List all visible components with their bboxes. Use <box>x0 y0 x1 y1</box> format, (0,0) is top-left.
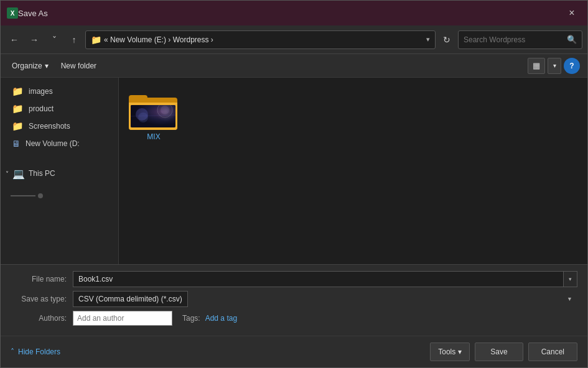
nav-item-images[interactable]: 📁 images <box>1 83 118 100</box>
nav-item-product[interactable]: 📁 product <box>1 100 118 117</box>
nav-item-new-volume-d[interactable]: 🖥 New Volume (D: <box>1 135 118 152</box>
expand-icon: ˅ <box>6 170 9 177</box>
cancel-button[interactable]: Cancel <box>528 343 577 361</box>
drive-icon: 🖥 <box>12 139 21 149</box>
action-bar-right: ▦ ▾ ? <box>528 58 580 74</box>
pc-icon: 💻 <box>12 168 25 180</box>
tools-arrow-icon: ▾ <box>458 347 462 356</box>
tools-button[interactable]: Tools ▾ <box>430 343 470 361</box>
nav-section-label: This PC <box>29 169 55 178</box>
file-area: MIX <box>119 78 587 264</box>
nav-item-label: images <box>29 87 53 96</box>
nav-item-label: product <box>29 104 54 113</box>
bottom-form: File name: ▾ Save as type: CSV (Comma de… <box>1 264 587 336</box>
navigation-toolbar: ← → ˅ ↑ 📁 « New Volume (E:) › Wordpress … <box>1 25 587 54</box>
folder-name: MIX <box>147 132 160 141</box>
filename-input[interactable] <box>73 271 564 287</box>
svg-point-3 <box>138 113 148 122</box>
authors-label: Authors: <box>11 314 73 323</box>
address-dropdown-icon: ▾ <box>426 35 430 44</box>
search-input[interactable] <box>464 35 564 44</box>
excel-icon: X <box>7 7 18 19</box>
savetype-select[interactable]: CSV (Comma delimited) (*.csv) <box>73 291 188 307</box>
savetype-row: Save as type: CSV (Comma delimited) (*.c… <box>11 291 577 307</box>
filename-row: File name: ▾ <box>11 271 577 287</box>
folder-thumbnail <box>129 93 179 130</box>
content-area: 📁 images 📁 product 📁 Screenshots 🖥 New V… <box>1 78 587 264</box>
savetype-label: Save as type: <box>11 295 73 303</box>
new-folder-button[interactable]: New folder <box>57 58 100 74</box>
bottom-right-buttons: Tools ▾ Save Cancel <box>430 343 577 361</box>
filename-label: File name: <box>11 275 73 283</box>
action-bar: Organize ▾ New folder ▦ ▾ ? <box>1 54 587 78</box>
filename-dropdown-button[interactable]: ▾ <box>564 271 577 287</box>
titlebar: X Save As × <box>1 1 587 25</box>
tags-label: Tags: <box>182 314 200 323</box>
tags-area: Tags: Add a tag <box>172 314 577 323</box>
organize-label: Organize <box>12 62 42 70</box>
address-path: « New Volume (E:) › Wordpress › <box>104 35 424 44</box>
nav-panel: 📁 images 📁 product 📁 Screenshots 🖥 New V… <box>1 78 119 264</box>
nav-item-label: New Volume (D: <box>26 139 80 148</box>
folder-icon: 📁 <box>12 103 24 114</box>
bottom-buttons-bar: ˄ Hide Folders Tools ▾ Save Cancel <box>1 336 587 367</box>
hide-folders-button[interactable]: ˄ Hide Folders <box>11 347 60 356</box>
folder-icon: 📁 <box>91 35 101 45</box>
nav-item-screenshots[interactable]: 📁 Screenshots <box>1 117 118 135</box>
forward-button[interactable]: → <box>26 31 43 48</box>
organize-arrow-icon: ▾ <box>45 62 49 70</box>
authors-tags-row: Authors: Tags: Add a tag <box>11 311 577 326</box>
hide-folders-label: Hide Folders <box>18 347 60 356</box>
dialog-title: Save As <box>18 9 562 18</box>
save-as-dialog: X Save As × ← → ˅ ↑ 📁 « New Volume (E:) … <box>0 0 588 368</box>
close-button[interactable]: × <box>562 4 581 22</box>
svg-rect-0 <box>131 105 175 127</box>
svg-point-1 <box>157 105 172 117</box>
nav-section-this-pc[interactable]: ˅ 💻 This PC <box>1 165 118 182</box>
save-button[interactable]: Save <box>475 343 523 361</box>
search-icon: 🔍 <box>567 35 577 44</box>
folder-item-mix[interactable]: MIX <box>129 88 179 146</box>
refresh-button[interactable]: ↻ <box>438 31 455 48</box>
search-bar: 🔍 <box>458 30 582 49</box>
nav-item-label: Screenshots <box>29 122 70 131</box>
view-dropdown-button[interactable]: ▾ <box>548 58 561 74</box>
svg-point-2 <box>161 106 169 114</box>
back-button[interactable]: ← <box>6 31 23 48</box>
folder-thumb-image <box>131 105 175 127</box>
dropdown-button[interactable]: ˅ <box>45 31 63 48</box>
address-bar[interactable]: 📁 « New Volume (E:) › Wordpress › ▾ <box>85 30 436 49</box>
folder-icon: 📁 <box>12 86 24 97</box>
savetype-select-wrapper: CSV (Comma delimited) (*.csv) <box>73 291 577 307</box>
folder-front <box>129 103 177 130</box>
add-tag-link[interactable]: Add a tag <box>205 314 237 323</box>
hide-folders-icon: ˄ <box>11 347 14 356</box>
tools-label: Tools <box>438 347 455 356</box>
organize-button[interactable]: Organize ▾ <box>8 58 52 74</box>
view-button[interactable]: ▦ <box>528 58 545 74</box>
help-button[interactable]: ? <box>564 58 580 74</box>
folder-icon: 📁 <box>12 121 24 132</box>
up-button[interactable]: ↑ <box>65 31 83 48</box>
authors-input[interactable] <box>73 311 172 326</box>
